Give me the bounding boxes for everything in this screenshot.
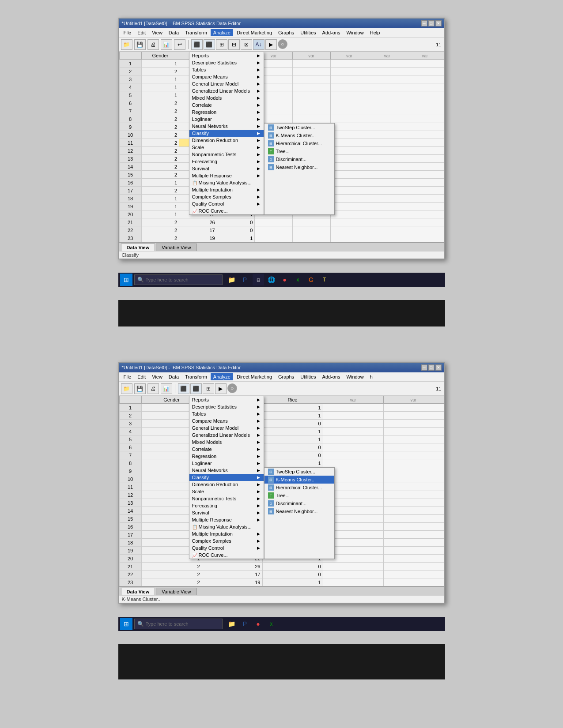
search-input-2[interactable] — [146, 621, 208, 627]
menu-scale-1[interactable]: Scale▶ — [189, 144, 264, 151]
tb3[interactable]: ⊞ — [216, 39, 227, 50]
submenu-twostep-1[interactable]: ⊞ TwoStep Cluster... — [264, 124, 334, 131]
age-cell[interactable]: 19 — [202, 578, 262, 586]
save-btn-1[interactable]: 💾 — [134, 39, 146, 50]
menu-desc-stats-2[interactable]: Descriptive Statistics▶ — [189, 403, 264, 410]
menu-neural-2[interactable]: Neural Networks▶ — [189, 467, 264, 474]
gender-cell[interactable]: 2 — [141, 131, 179, 139]
gender-cell[interactable]: 2 — [141, 139, 179, 147]
submenu-nearest-2[interactable]: ⊞ Nearest Neighbor... — [264, 507, 334, 515]
menu-missing-2[interactable]: 📋 Missing Value Analysis... — [189, 523, 264, 530]
menu-tables-2[interactable]: Tables▶ — [189, 410, 264, 417]
menu-correlate-2[interactable]: Correlate▶ — [189, 446, 264, 453]
chart-btn-1[interactable]: 📊 — [161, 39, 172, 50]
taskbar-folder-1[interactable]: 📁 — [226, 274, 238, 285]
menu-mixed-2[interactable]: Mixed Models▶ — [189, 439, 264, 446]
close-btn-2[interactable]: ✕ — [435, 364, 442, 371]
tb7[interactable]: ▶ — [265, 39, 277, 50]
taskbar-folder-2[interactable]: 📁 — [226, 618, 238, 630]
menu-complex-1[interactable]: Complex Samples▶ — [189, 193, 264, 200]
chart-btn-2[interactable]: 📊 — [161, 383, 172, 394]
menu-forecast-1[interactable]: Forecasting▶ — [189, 158, 264, 165]
gender-cell[interactable]: 2 — [141, 115, 179, 123]
tab-dataview-1[interactable]: Data View — [121, 244, 155, 251]
menu-dimred-2[interactable]: Dimension Reduction▶ — [189, 481, 264, 488]
menu-dimred-1[interactable]: Dimension Reduction▶ — [189, 137, 264, 144]
menu-file-2[interactable]: File — [121, 373, 134, 380]
tb8[interactable]: ○ — [278, 39, 287, 49]
menu-multimput-1[interactable]: Multiple Imputation▶ — [189, 186, 264, 193]
minimize-btn-1[interactable]: ─ — [421, 20, 427, 26]
menu-analyze-1[interactable]: Analyze — [211, 29, 233, 36]
menu-graphs-1[interactable]: Graphs — [276, 29, 297, 36]
submenu-discrim-1[interactable]: D Discriminant... — [264, 155, 334, 163]
gender-cell[interactable]: 1 — [141, 195, 179, 203]
menu-nonparam-1[interactable]: Nonparametric Tests▶ — [189, 151, 264, 158]
menu-reports-1[interactable]: Reports▶ — [189, 52, 264, 59]
gender-cell[interactable]: 2 — [141, 155, 179, 163]
taskbar-app3-1[interactable]: G — [306, 274, 317, 285]
print-btn-2[interactable]: 🖨 — [147, 383, 159, 394]
tb4[interactable]: ⊟ — [228, 39, 240, 50]
age-cell[interactable]: 19 — [179, 234, 217, 242]
tb2-3[interactable]: ⊞ — [203, 383, 214, 394]
gender-cell[interactable]: 2 — [141, 163, 179, 171]
tab-varview-1[interactable]: Variable View — [156, 244, 196, 251]
submenu-kmeans-1[interactable]: ⊞ K-Means Cluster... — [264, 131, 334, 139]
gender-cell[interactable]: 2 — [141, 234, 179, 242]
tb6[interactable]: A↓ — [253, 39, 264, 50]
gender-cell[interactable]: 1 — [141, 83, 179, 91]
tb2-5[interactable]: ○ — [227, 383, 237, 393]
menu-multresp-2[interactable]: Multiple Response▶ — [189, 516, 264, 523]
menu-window-2[interactable]: Window — [344, 373, 367, 380]
submenu-hierarch-1[interactable]: ⊞ Hierarchical Cluster... — [264, 139, 334, 147]
tb5[interactable]: ⊠ — [241, 39, 252, 50]
menu-genlm-1[interactable]: Generalized Linear Models▶ — [189, 87, 264, 94]
tb2[interactable]: ⬛ — [204, 39, 215, 50]
rice-cell[interactable]: 0 — [217, 226, 255, 234]
tb2-1[interactable]: ⬛ — [178, 383, 189, 394]
menu-regression-1[interactable]: Regression▶ — [189, 109, 264, 116]
menu-roc-2[interactable]: 📈 ROC Curve... — [189, 552, 264, 559]
menu-missing-1[interactable]: 📋 Missing Value Analysis... — [189, 179, 264, 186]
menu-help-1[interactable]: Help — [367, 29, 383, 36]
menu-directmarketing-1[interactable]: Direct Marketing — [234, 29, 275, 36]
maximize-btn-1[interactable]: □ — [428, 20, 435, 26]
submenu-nearest-1[interactable]: ⊞ Nearest Neighbor... — [264, 163, 334, 171]
print-btn-1[interactable]: 🖨 — [147, 39, 159, 50]
menu-glm-2[interactable]: General Linear Model▶ — [189, 424, 264, 432]
taskbar-word-2[interactable]: P — [239, 618, 251, 630]
gender-cell[interactable]: 1 — [141, 203, 179, 210]
col-header-gender-1[interactable]: Gender — [141, 52, 179, 60]
submenu-tree-2[interactable]: T Tree... — [264, 492, 334, 499]
menu-survival-1[interactable]: Survival▶ — [189, 165, 264, 172]
menu-genlm-2[interactable]: Generalized Linear Models▶ — [189, 432, 264, 439]
rice-cell[interactable]: 1 — [262, 578, 323, 586]
menu-transform-2[interactable]: Transform — [182, 373, 210, 380]
menu-scale-2[interactable]: Scale▶ — [189, 488, 264, 495]
submenu-hierarch-2[interactable]: ⊞ Hierarchical Cluster... — [264, 484, 334, 492]
gender-cell[interactable]: 2 — [141, 187, 179, 195]
col-header-var5-1[interactable]: var — [406, 52, 444, 60]
col-header-var3-1[interactable]: var — [330, 52, 368, 60]
menu-tables-1[interactable]: Tables▶ — [189, 66, 264, 73]
tab-varview-2[interactable]: Variable View — [156, 588, 196, 595]
tb2-4[interactable]: ▶ — [215, 383, 227, 394]
menu-multimput-2[interactable]: Multiple Imputation▶ — [189, 530, 264, 537]
gender-cell[interactable]: 2 — [141, 226, 179, 234]
menu-glm-1[interactable]: General Linear Model▶ — [189, 80, 264, 87]
menu-data-2[interactable]: Data — [166, 373, 181, 380]
menu-regression-2[interactable]: Regression▶ — [189, 453, 264, 460]
gender-cell[interactable]: 1 — [141, 179, 179, 187]
gender-cell[interactable]: 1 — [141, 210, 179, 218]
gender-cell[interactable]: 2 — [141, 570, 202, 578]
gender-cell[interactable]: 1 — [141, 60, 179, 68]
menu-utilities-1[interactable]: Utilities — [298, 29, 318, 36]
gender-cell[interactable]: 2 — [141, 578, 202, 586]
menu-addons-2[interactable]: Add-ons — [320, 373, 343, 380]
menu-correlate-1[interactable]: Correlate▶ — [189, 101, 264, 109]
col-header-var4-1[interactable]: var — [368, 52, 406, 60]
start-button-2[interactable]: ⊞ — [120, 618, 132, 630]
menu-view-1[interactable]: View — [149, 29, 165, 36]
menu-quality-2[interactable]: Quality Control▶ — [189, 544, 264, 552]
